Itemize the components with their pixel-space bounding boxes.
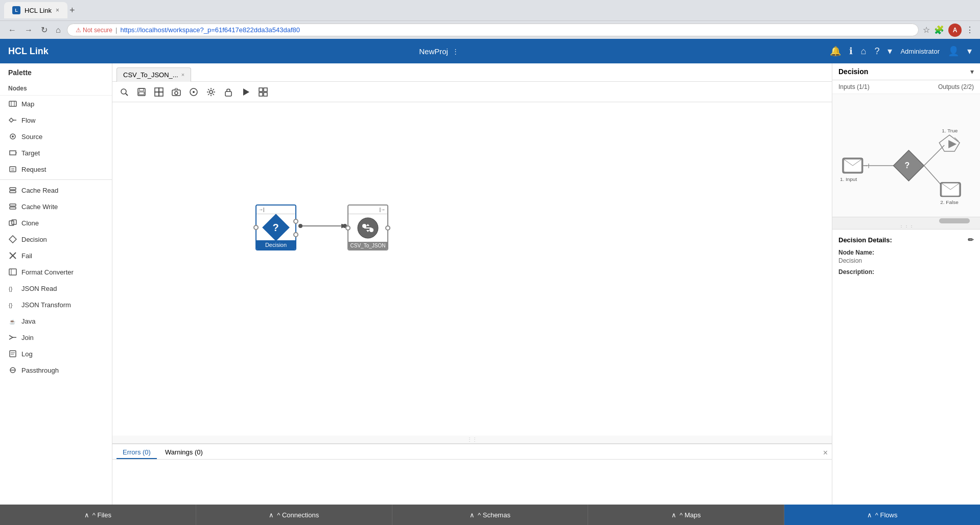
palette-item-java[interactable]: ☕ Java — [0, 313, 112, 329]
palette-title: Palette — [0, 63, 112, 82]
svg-point-31 — [121, 89, 126, 94]
settings-button[interactable] — [203, 84, 219, 100]
csv-output-connector[interactable] — [385, 225, 390, 231]
decision-input-connector[interactable] — [253, 225, 259, 230]
schemas-footer-button[interactable]: ∧ ^ Schemas — [392, 505, 589, 525]
format-converter-icon — [8, 267, 17, 277]
palette-item-json-read[interactable]: {} JSON Read — [0, 280, 112, 296]
options-button[interactable] — [186, 84, 201, 100]
browser-tab[interactable]: L HCL Link × — [4, 2, 67, 18]
extensions-icon[interactable]: 🧩 — [934, 25, 944, 35]
app-center: NewProj ⋮ — [49, 47, 830, 56]
palette-item-log[interactable]: Log — [0, 346, 112, 362]
palette-item-fail[interactable]: Fail — [0, 247, 112, 264]
new-tab-button[interactable]: + — [69, 5, 75, 16]
edit-button[interactable] — [151, 84, 167, 100]
svg-point-44 — [209, 90, 213, 94]
palette-item-join[interactable]: Join — [0, 329, 112, 346]
join-icon — [8, 333, 17, 342]
bottom-panel-drag-handle[interactable]: ⋮⋮ — [112, 436, 832, 443]
back-button[interactable]: ← — [6, 24, 18, 37]
zoom-tool-button[interactable] — [116, 84, 132, 100]
bottom-panel: Errors (0) Warnings (0) × — [112, 443, 832, 505]
notification-icon[interactable]: 🔔 — [830, 45, 841, 57]
horizontal-scrollbar[interactable] — [832, 217, 980, 225]
browser-menu-icon[interactable]: ⋮ — [966, 25, 974, 35]
forward-button[interactable]: → — [22, 24, 35, 37]
decision-output-true-connector[interactable] — [293, 219, 298, 224]
canvas-area: CSV_To_JSON_... × — [112, 63, 832, 505]
warnings-tab[interactable]: Warnings (0) — [159, 446, 209, 459]
connections-svg — [112, 102, 832, 436]
details-edit-button[interactable]: ✏ — [968, 236, 974, 244]
security-warning: ⚠ Not secure — [76, 27, 112, 34]
project-menu-icon[interactable]: ⋮ — [452, 48, 459, 55]
help-icon[interactable]: ? — [874, 46, 879, 57]
run-button[interactable] — [238, 84, 253, 100]
schemas-label: ^ Schemas — [478, 511, 510, 519]
maps-footer-button[interactable]: ∧ ^ Maps — [588, 505, 784, 525]
svg-point-57 — [369, 228, 374, 232]
java-icon: ☕ — [8, 316, 17, 326]
palette-item-format-converter[interactable]: Format Converter — [0, 264, 112, 280]
flow-canvas[interactable]: →| ? Decision — [112, 102, 832, 436]
palette-item-target[interactable]: Target — [0, 145, 112, 161]
right-panel-diagram: →| ? 1. True 2. F — [832, 94, 980, 217]
palette-item-cache-write[interactable]: Cache Write — [0, 198, 112, 215]
description-label: Description: — [838, 268, 974, 276]
palette-item-map[interactable]: Map — [0, 96, 112, 112]
canvas-tab-close-button[interactable]: × — [181, 72, 184, 78]
svg-rect-47 — [259, 88, 263, 92]
csv-to-json-node[interactable]: |→ — [347, 204, 388, 250]
fail-icon — [8, 251, 17, 260]
bottom-panel-close-button[interactable]: × — [823, 448, 828, 458]
passthrough-icon — [8, 366, 17, 375]
decision-output-false-connector[interactable] — [293, 232, 298, 237]
right-panel-dropdown-icon[interactable]: ▾ — [970, 67, 974, 76]
svg-rect-35 — [139, 92, 144, 95]
files-footer-button[interactable]: ∧ ^ Files — [0, 505, 196, 525]
svg-point-41 — [175, 92, 178, 95]
user-icon[interactable]: 👤 — [948, 45, 959, 57]
tab-close-button[interactable]: × — [56, 7, 59, 14]
palette-item-flow[interactable]: Flow — [0, 112, 112, 128]
svg-line-32 — [126, 94, 128, 96]
canvas-tab-csv[interactable]: CSV_To_JSON_... × — [116, 67, 191, 82]
palette-item-decision[interactable]: Decision — [0, 231, 112, 247]
decision-node[interactable]: →| ? Decision — [255, 204, 296, 250]
palette-item-request[interactable]: Request — [0, 161, 112, 177]
palette-item-passthrough[interactable]: Passthrough — [0, 362, 112, 378]
home-button[interactable]: ⌂ — [54, 24, 63, 37]
csv-input-connector[interactable] — [345, 225, 351, 231]
lock-button[interactable] — [221, 84, 236, 100]
flows-footer-button[interactable]: ∧ ^ Flows — [784, 505, 980, 525]
cache-write-icon — [8, 202, 17, 211]
home-nav-icon[interactable]: ⌂ — [861, 46, 867, 57]
log-icon — [8, 349, 17, 358]
details-panel: Decision Details: ✏ Node Name: Decision … — [832, 229, 980, 286]
camera-button[interactable] — [169, 84, 184, 100]
grid-button[interactable] — [255, 84, 271, 100]
palette-item-cache-write-label: Cache Write — [21, 203, 58, 211]
errors-tab[interactable]: Errors (0) — [116, 446, 157, 459]
clone-icon — [8, 218, 17, 227]
connections-footer-button[interactable]: ∧ ^ Connections — [196, 505, 392, 525]
help-dropdown-icon[interactable]: ▾ — [888, 45, 892, 57]
svg-rect-50 — [264, 93, 267, 96]
palette-item-cache-read[interactable]: Cache Read — [0, 182, 112, 198]
palette-item-clone[interactable]: Clone — [0, 215, 112, 231]
resize-handle[interactable]: ⋮⋮⋮ — [832, 225, 980, 229]
scrollbar-thumb[interactable] — [939, 218, 970, 223]
palette-item-json-transform[interactable]: {} JSON Transform — [0, 296, 112, 313]
info-icon[interactable]: ℹ — [849, 45, 853, 57]
save-button[interactable] — [134, 84, 149, 100]
palette-item-join-label: Join — [21, 334, 34, 341]
refresh-button[interactable]: ↻ — [39, 23, 50, 37]
source-icon — [8, 132, 17, 141]
svg-rect-11 — [10, 188, 16, 190]
user-menu-icon[interactable]: ▾ — [967, 45, 972, 57]
url-bar[interactable]: ⚠ Not secure | https://localhost/workspa… — [67, 24, 919, 36]
browser-user-avatar[interactable]: A — [948, 24, 962, 37]
bookmark-icon[interactable]: ☆ — [923, 25, 930, 35]
palette-item-source[interactable]: Source — [0, 128, 112, 145]
